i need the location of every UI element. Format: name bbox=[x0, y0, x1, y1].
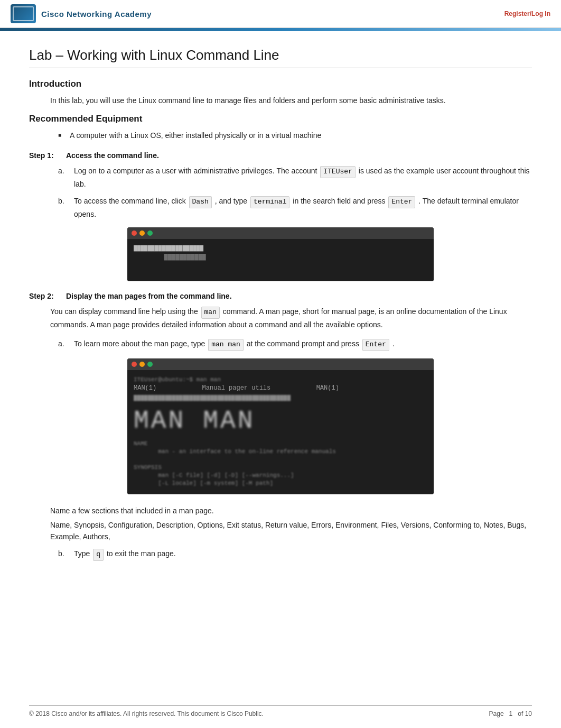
step1a-text-before: Log on to a computer as a user with admi… bbox=[74, 167, 317, 175]
terminal2-blurred5: SYNOPSIS bbox=[134, 464, 427, 471]
terminal-screenshot-1: ████████████████████ ███████████ bbox=[127, 227, 434, 281]
step2-label: Step 2: bbox=[29, 292, 66, 300]
step2a-text-mid: at the command prompt and press bbox=[247, 339, 359, 348]
step1a-label: a. bbox=[58, 165, 69, 177]
step2b-text-before: Type bbox=[74, 549, 90, 558]
page-title: Lab – Working with Linux Command Line bbox=[29, 47, 532, 68]
step2b-label: b. bbox=[58, 548, 69, 559]
step2-item-a: a. To learn more about the man page, typ… bbox=[58, 338, 532, 351]
terminal-screenshot-2: ITEUser@ubuntu:~$ man man MAN(1) Manual … bbox=[127, 358, 434, 494]
introduction-body: In this lab, you will use the Linux comm… bbox=[50, 95, 532, 106]
recommended-equipment-heading: Recommended Equipment bbox=[29, 114, 532, 124]
terminal2-dot-red bbox=[132, 362, 137, 367]
terminal1-body: ████████████████████ ███████████ bbox=[127, 239, 434, 281]
name-sections-answer: Name, Synopsis, Configuration, Descripti… bbox=[50, 519, 532, 543]
footer: © 2018 Cisco and/or its affiliates. All … bbox=[29, 705, 532, 717]
step2-items: a. To learn more about the man page, typ… bbox=[58, 338, 532, 351]
terminal2-blurred3: man - an interface to the on-line refere… bbox=[134, 448, 427, 455]
step1b-label: b. bbox=[58, 195, 69, 207]
recommended-equipment-list: ■ A computer with a Linux OS, either ins… bbox=[58, 130, 532, 141]
introduction-heading: Introduction bbox=[29, 79, 532, 89]
terminal2-blurred4 bbox=[134, 456, 427, 463]
step2a-code2: Enter bbox=[362, 339, 389, 351]
header-nav-link[interactable]: Register/Log In bbox=[504, 10, 550, 17]
page-content: Lab – Working with Linux Command Line In… bbox=[0, 31, 561, 600]
bullet-text: A computer with a Linux OS, either insta… bbox=[70, 130, 321, 141]
step2-item-b: b. Type q to exit the man page. bbox=[58, 548, 532, 561]
step1-item-a: a. Log on to a computer as a user with a… bbox=[58, 165, 532, 190]
header: Cisco Networking Academy Register/Log In bbox=[0, 0, 561, 28]
step1b-text-mid1: , and type bbox=[215, 197, 248, 205]
terminal2-blurred2: NAME bbox=[134, 440, 427, 447]
terminal-dot-green bbox=[147, 231, 153, 236]
step1-item-b: b. To access the command line, click Das… bbox=[58, 195, 532, 220]
footer-page: Page 1 of 10 bbox=[489, 710, 532, 717]
step2b-container: b. Type q to exit the man page. bbox=[58, 548, 532, 561]
terminal1-topbar bbox=[127, 227, 434, 239]
step1b-code1: Dash bbox=[189, 196, 212, 208]
terminal2-blurred1: ████████████████████████████████████████… bbox=[134, 395, 427, 401]
step1-items: a. Log on to a computer as a user with a… bbox=[58, 165, 532, 220]
terminal2-line2: MAN(1) Manual pager utils MAN(1) bbox=[134, 384, 427, 392]
step1-title: Access the command line. bbox=[66, 151, 159, 160]
terminal-dot-red bbox=[132, 231, 137, 236]
step2-body-code: man bbox=[201, 307, 220, 319]
step1b-code3: Enter bbox=[388, 196, 415, 208]
step2b-text: Type q to exit the man page. bbox=[74, 548, 532, 561]
header-logo-area: Cisco Networking Academy bbox=[11, 4, 152, 23]
terminal2-line1: ITEUser@ubuntu:~$ man man bbox=[134, 376, 427, 383]
cisco-logo-icon bbox=[11, 4, 36, 23]
bullet-icon: ■ bbox=[58, 131, 66, 140]
step2-body: You can display command line help using … bbox=[50, 306, 532, 330]
header-title: Cisco Networking Academy bbox=[41, 10, 152, 19]
terminal2-blurred7: [-L locale] [-m system] [-M path] bbox=[134, 480, 427, 486]
name-sections-label: Name a few sections that included in a m… bbox=[50, 505, 532, 517]
terminal2-dot-green bbox=[147, 362, 153, 367]
step1b-text: To access the command line, click Dash ,… bbox=[74, 195, 532, 220]
step1-label: Step 1: bbox=[29, 151, 66, 160]
step1-header: Step 1: Access the command line. bbox=[29, 151, 532, 160]
footer-page-label: Page bbox=[489, 710, 504, 717]
terminal2-dot-yellow bbox=[139, 362, 145, 367]
terminal2-blurred6: man [-C file] [-d] [-D] [--warnings...] bbox=[134, 472, 427, 478]
terminal-dot-yellow bbox=[139, 231, 145, 236]
step2b-code: q bbox=[93, 549, 104, 561]
step2-title: Display the man pages from the command l… bbox=[66, 292, 232, 300]
step2a-text-after: . bbox=[392, 339, 395, 348]
step2a-text: To learn more about the man page, type m… bbox=[74, 338, 532, 351]
footer-copyright: © 2018 Cisco and/or its affiliates. All … bbox=[29, 710, 264, 717]
footer-page-of: of 10 bbox=[518, 710, 532, 717]
step2-body-text: You can display command line help using … bbox=[50, 307, 198, 316]
footer-page-num: 1 bbox=[509, 710, 513, 717]
list-item: ■ A computer with a Linux OS, either ins… bbox=[58, 130, 532, 141]
step1b-text-mid2: in the search field and press bbox=[293, 197, 385, 205]
terminal1-line2: ███████████ bbox=[134, 254, 427, 261]
step1a-text: Log on to a computer as a user with admi… bbox=[74, 165, 532, 190]
step1a-code: ITEUser bbox=[320, 166, 356, 178]
step1b-text-before: To access the command line, click bbox=[74, 197, 186, 205]
step2-header: Step 2: Display the man pages from the c… bbox=[29, 292, 532, 300]
step1b-code2: terminal bbox=[250, 196, 289, 208]
step2b-text-after: to exit the man page. bbox=[107, 549, 176, 558]
terminal2-large: MAN MAN bbox=[134, 407, 427, 435]
terminal1-line1: ████████████████████ bbox=[134, 245, 427, 252]
terminal2-body: ITEUser@ubuntu:~$ man man MAN(1) Manual … bbox=[127, 370, 434, 494]
terminal2-topbar bbox=[127, 358, 434, 370]
step2a-code1: man man bbox=[208, 339, 244, 351]
step2a-label: a. bbox=[58, 338, 69, 349]
step2a-text-before: To learn more about the man page, type bbox=[74, 339, 205, 348]
